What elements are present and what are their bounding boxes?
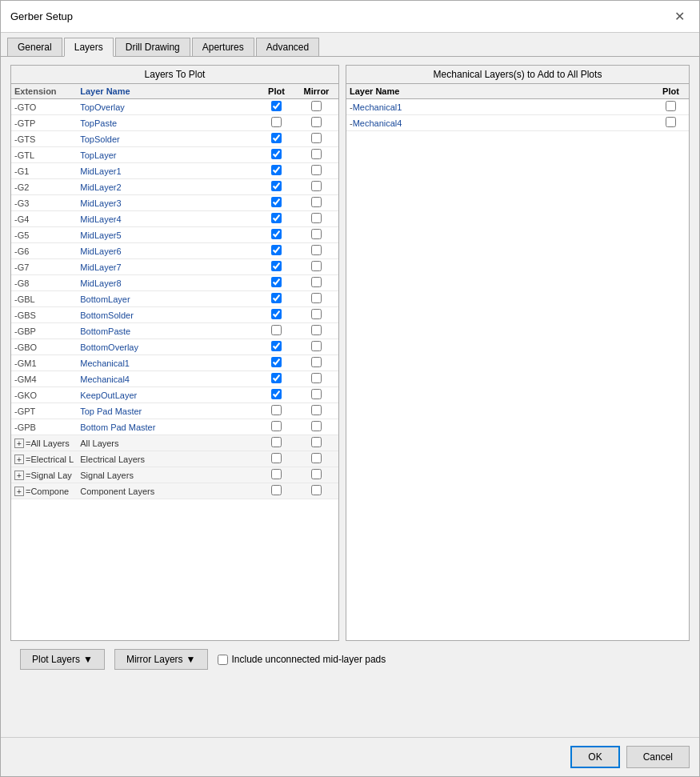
layer-mirror-checkbox[interactable] (311, 389, 322, 399)
group-expand-icon[interactable]: + (14, 487, 24, 496)
tab-apertures[interactable]: Apertures (192, 38, 254, 56)
close-button[interactable]: ✕ (670, 7, 690, 26)
mechanical-table-wrapper[interactable]: Layer Name Plot -Mechanical1 -Mechanical… (346, 84, 689, 640)
mirror-layers-button[interactable]: Mirror Layers ▼ (114, 649, 208, 670)
layer-mirror-checkbox[interactable] (311, 293, 322, 303)
layer-mirror-cell[interactable] (294, 403, 338, 419)
layer-mirror-checkbox[interactable] (311, 213, 322, 223)
layer-plot-checkbox[interactable] (271, 245, 282, 255)
layer-plot-cell[interactable] (258, 179, 294, 195)
layer-mirror-cell[interactable] (294, 99, 338, 115)
group-mirror-checkbox[interactable] (311, 469, 322, 479)
layer-mirror-cell[interactable] (294, 227, 338, 243)
layer-plot-cell[interactable] (258, 307, 294, 323)
group-plot-cell[interactable] (258, 467, 294, 483)
layer-mirror-checkbox[interactable] (311, 165, 322, 175)
layer-mirror-checkbox[interactable] (311, 277, 322, 287)
layer-plot-checkbox[interactable] (271, 181, 282, 191)
layer-mirror-checkbox[interactable] (311, 405, 322, 415)
layer-mirror-checkbox[interactable] (311, 373, 322, 383)
include-unconnected-checkbox[interactable] (218, 655, 228, 665)
mech-plot-checkbox[interactable] (666, 117, 676, 127)
layer-plot-cell[interactable] (258, 387, 294, 403)
layer-mirror-cell[interactable] (294, 163, 338, 179)
layer-plot-checkbox[interactable] (271, 389, 282, 399)
layer-plot-checkbox[interactable] (271, 149, 282, 159)
layer-plot-checkbox[interactable] (271, 261, 282, 271)
group-ext[interactable]: +=Signal Lay (11, 467, 77, 483)
group-expand-icon[interactable]: + (14, 439, 24, 448)
layer-plot-checkbox[interactable] (271, 373, 282, 383)
layer-plot-checkbox[interactable] (271, 117, 282, 127)
layer-mirror-cell[interactable] (294, 243, 338, 259)
layer-mirror-checkbox[interactable] (311, 229, 322, 239)
layer-plot-cell[interactable] (258, 147, 294, 163)
layer-plot-checkbox[interactable] (271, 357, 282, 367)
layer-mirror-cell[interactable] (294, 371, 338, 387)
group-mirror-checkbox[interactable] (311, 437, 322, 447)
group-expand-icon[interactable]: + (14, 455, 24, 464)
layer-mirror-cell[interactable] (294, 259, 338, 275)
group-plot-checkbox[interactable] (271, 469, 282, 479)
group-ext[interactable]: +=All Layers (11, 435, 77, 451)
layer-mirror-cell[interactable] (294, 419, 338, 435)
layer-mirror-checkbox[interactable] (311, 181, 322, 191)
layer-plot-checkbox[interactable] (271, 325, 282, 335)
tab-advanced[interactable]: Advanced (256, 38, 319, 56)
layer-mirror-cell[interactable] (294, 275, 338, 291)
layer-mirror-checkbox[interactable] (311, 133, 322, 143)
layer-mirror-checkbox[interactable] (311, 245, 322, 255)
group-ext[interactable]: +=Electrical L (11, 451, 77, 467)
layer-plot-checkbox[interactable] (271, 421, 282, 431)
layer-mirror-cell[interactable] (294, 147, 338, 163)
layer-plot-cell[interactable] (258, 419, 294, 435)
layer-plot-checkbox[interactable] (271, 405, 282, 415)
layer-plot-cell[interactable] (258, 403, 294, 419)
layer-mirror-checkbox[interactable] (311, 325, 322, 335)
layer-mirror-cell[interactable] (294, 195, 338, 211)
layer-plot-cell[interactable] (258, 131, 294, 147)
layer-plot-checkbox[interactable] (271, 165, 282, 175)
layer-plot-checkbox[interactable] (271, 293, 282, 303)
layer-plot-cell[interactable] (258, 99, 294, 115)
layer-plot-checkbox[interactable] (271, 341, 282, 351)
layer-plot-cell[interactable] (258, 227, 294, 243)
layer-mirror-cell[interactable] (294, 387, 338, 403)
group-mirror-checkbox[interactable] (311, 485, 322, 495)
tab-layers[interactable]: Layers (64, 38, 114, 57)
layer-mirror-checkbox[interactable] (311, 149, 322, 159)
layer-mirror-checkbox[interactable] (311, 357, 322, 367)
layer-plot-cell[interactable] (258, 339, 294, 355)
group-plot-cell[interactable] (258, 483, 294, 499)
layer-mirror-cell[interactable] (294, 131, 338, 147)
tab-drill-drawing[interactable]: Drill Drawing (115, 38, 190, 56)
group-plot-cell[interactable] (258, 451, 294, 467)
layer-mirror-cell[interactable] (294, 115, 338, 131)
plot-layers-button[interactable]: Plot Layers ▼ (20, 649, 105, 670)
layer-mirror-cell[interactable] (294, 211, 338, 227)
layer-mirror-cell[interactable] (294, 323, 338, 339)
layers-table-wrapper[interactable]: Extension Layer Name Plot Mirror -GTO To… (11, 84, 338, 640)
tab-general[interactable]: General (7, 38, 62, 56)
layer-mirror-cell[interactable] (294, 307, 338, 323)
cancel-button[interactable]: Cancel (626, 746, 690, 768)
group-ext[interactable]: +=Compone (11, 483, 77, 499)
group-mirror-cell[interactable] (294, 467, 338, 483)
layer-mirror-cell[interactable] (294, 291, 338, 307)
layer-plot-checkbox[interactable] (271, 133, 282, 143)
group-plot-checkbox[interactable] (271, 485, 282, 495)
layer-plot-checkbox[interactable] (271, 101, 282, 111)
group-mirror-cell[interactable] (294, 435, 338, 451)
layer-mirror-checkbox[interactable] (311, 197, 322, 207)
mech-plot-cell[interactable] (653, 115, 689, 131)
group-mirror-cell[interactable] (294, 483, 338, 499)
layer-plot-checkbox[interactable] (271, 309, 282, 319)
layer-plot-cell[interactable] (258, 243, 294, 259)
layer-mirror-checkbox[interactable] (311, 341, 322, 351)
layer-plot-cell[interactable] (258, 323, 294, 339)
layer-plot-cell[interactable] (258, 259, 294, 275)
group-mirror-cell[interactable] (294, 451, 338, 467)
layer-plot-checkbox[interactable] (271, 213, 282, 223)
layer-mirror-checkbox[interactable] (311, 101, 322, 111)
group-plot-cell[interactable] (258, 435, 294, 451)
